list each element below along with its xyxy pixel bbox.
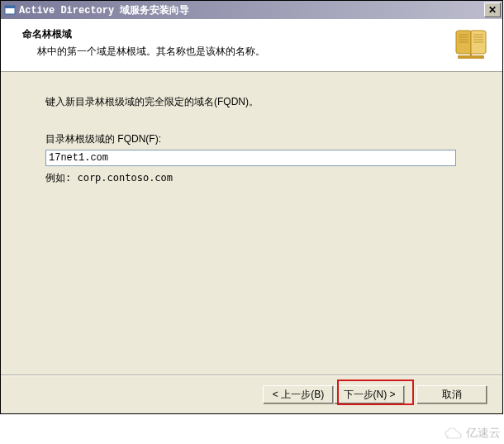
- book-icon: [453, 26, 489, 62]
- window-title: Active Directory 域服务安装向导: [19, 3, 481, 17]
- page-subtitle: 林中的第一个域是林根域。其名称也是该林的名称。: [22, 45, 489, 59]
- app-icon: [4, 4, 16, 16]
- wizard-window: Active Directory 域服务安装向导 ✕ 命名林根域 林中的第一个域…: [0, 0, 503, 414]
- close-icon: ✕: [488, 4, 497, 16]
- wizard-content: 键入新目录林根级域的完全限定的域名(FQDN)。 目录林根级域的 FQDN(F)…: [1, 72, 502, 375]
- close-button[interactable]: ✕: [484, 2, 501, 17]
- watermark: 亿速云: [443, 426, 501, 441]
- titlebar: Active Directory 域服务安装向导 ✕: [1, 1, 502, 19]
- button-row: < 上一步(B) 下一步(N) > 取消: [1, 375, 502, 413]
- fqdn-example: 例如: corp.contoso.com: [45, 171, 456, 185]
- cancel-button[interactable]: 取消: [416, 385, 487, 404]
- fqdn-input[interactable]: [45, 150, 456, 166]
- cloud-icon: [443, 427, 463, 440]
- next-button[interactable]: 下一步(N) >: [334, 385, 405, 404]
- page-title: 命名林根域: [22, 27, 489, 41]
- fqdn-label: 目录林根级域的 FQDN(F):: [45, 132, 456, 146]
- wizard-header: 命名林根域 林中的第一个域是林根域。其名称也是该林的名称。: [1, 19, 502, 72]
- instruction-text: 键入新目录林根级域的完全限定的域名(FQDN)。: [45, 95, 456, 109]
- svg-rect-1: [5, 6, 15, 8]
- back-button[interactable]: < 上一步(B): [263, 385, 334, 404]
- watermark-text: 亿速云: [466, 426, 501, 441]
- svg-rect-10: [458, 55, 484, 59]
